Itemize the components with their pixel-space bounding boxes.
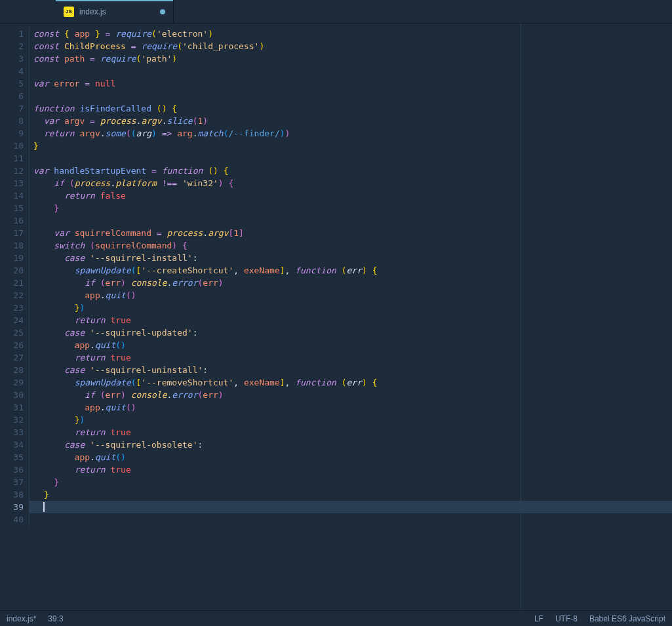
line-number[interactable]: 24 — [0, 314, 24, 326]
line-number[interactable]: 9 — [0, 127, 24, 140]
code-line[interactable]: case '--squirrel-obsolete': — [29, 439, 672, 451]
code-line[interactable]: if (process.platform !== 'win32') { — [29, 177, 672, 189]
line-number[interactable]: 25 — [0, 326, 24, 339]
code-line[interactable]: if (err) console.error(err) — [29, 277, 672, 289]
code-line[interactable]: } — [29, 488, 672, 501]
line-number[interactable]: 39 — [0, 501, 24, 513]
code-line[interactable]: return false — [29, 189, 672, 202]
line-number[interactable]: 13 — [0, 177, 24, 189]
line-number[interactable]: 18 — [0, 239, 24, 252]
line-number[interactable]: 3 — [0, 52, 24, 65]
code-line[interactable]: }) — [29, 302, 672, 314]
tab-spacer — [0, 0, 56, 23]
status-cursor-position[interactable]: 39:3 — [48, 614, 63, 623]
line-number[interactable]: 16 — [0, 214, 24, 227]
editor[interactable]: 1234567891011121314151617181920212223242… — [0, 24, 672, 610]
code-line[interactable]: return true — [29, 314, 672, 326]
code-line[interactable]: } — [29, 476, 672, 488]
line-number[interactable]: 30 — [0, 389, 24, 401]
line-number[interactable]: 31 — [0, 401, 24, 414]
dirty-indicator-icon[interactable] — [160, 9, 165, 14]
status-eol[interactable]: LF — [534, 614, 544, 623]
code-line[interactable]: var handleStartupEvent = function () { — [29, 165, 672, 177]
code-line[interactable]: if (err) console.error(err) — [29, 389, 672, 401]
line-number[interactable]: 40 — [0, 513, 24, 526]
code-line[interactable]: app.quit() — [29, 339, 672, 351]
code-line[interactable]: return true — [29, 351, 672, 364]
line-number[interactable]: 33 — [0, 426, 24, 439]
code-line[interactable]: switch (squirrelCommand) { — [29, 239, 672, 252]
code-line[interactable]: app.quit() — [29, 451, 672, 463]
tab-bar: JS index.js — [0, 0, 672, 24]
line-number[interactable]: 21 — [0, 277, 24, 289]
code-line[interactable]: case '--squirrel-install': — [29, 252, 672, 264]
line-number[interactable]: 34 — [0, 439, 24, 451]
line-number[interactable]: 36 — [0, 463, 24, 476]
code-line[interactable]: return argv.some((arg) => arg.match(/--f… — [29, 127, 672, 140]
code-line[interactable]: const ChildProcess = require('child_proc… — [29, 40, 672, 52]
line-number[interactable]: 5 — [0, 77, 24, 90]
cursor-caret — [43, 502, 45, 512]
code-line[interactable] — [29, 152, 672, 165]
line-number-gutter[interactable]: 1234567891011121314151617181920212223242… — [0, 24, 29, 610]
line-number[interactable]: 4 — [0, 65, 24, 77]
code-line[interactable]: } — [29, 140, 672, 152]
code-line[interactable] — [29, 513, 672, 526]
code-line[interactable]: spawnUpdate(['--removeShortcut', exeName… — [29, 376, 672, 389]
code-line[interactable]: return true — [29, 426, 672, 439]
code-line[interactable]: }) — [29, 414, 672, 426]
line-number[interactable]: 1 — [0, 28, 24, 40]
line-number[interactable]: 12 — [0, 165, 24, 177]
line-number[interactable]: 35 — [0, 451, 24, 463]
line-number[interactable]: 37 — [0, 476, 24, 488]
line-number[interactable]: 7 — [0, 102, 24, 115]
status-grammar[interactable]: Babel ES6 JavaScript — [589, 614, 665, 623]
status-encoding[interactable]: UTF-8 — [555, 614, 578, 623]
line-number[interactable]: 6 — [0, 90, 24, 102]
code-line[interactable]: case '--squirrel-uninstall': — [29, 364, 672, 376]
code-area[interactable]: const { app } = require('electron')const… — [29, 24, 672, 610]
code-line[interactable]: app.quit() — [29, 401, 672, 414]
line-number[interactable]: 28 — [0, 364, 24, 376]
status-filename[interactable]: index.js* — [7, 614, 36, 623]
line-number[interactable]: 17 — [0, 227, 24, 239]
line-number[interactable]: 11 — [0, 152, 24, 165]
code-line[interactable]: const { app } = require('electron') — [29, 28, 672, 40]
code-line[interactable]: spawnUpdate(['--createShortcut', exeName… — [29, 264, 672, 277]
js-file-icon: JS — [64, 7, 74, 17]
line-number[interactable]: 32 — [0, 414, 24, 426]
code-line[interactable]: return true — [29, 463, 672, 476]
line-number[interactable]: 38 — [0, 488, 24, 501]
line-number[interactable]: 23 — [0, 302, 24, 314]
line-number[interactable]: 14 — [0, 189, 24, 202]
code-line[interactable] — [29, 65, 672, 77]
code-line[interactable]: function isFinderCalled () { — [29, 102, 672, 115]
code-line[interactable]: var error = null — [29, 77, 672, 90]
code-line[interactable]: } — [29, 202, 672, 214]
line-number[interactable]: 15 — [0, 202, 24, 214]
tab-label: index.js — [79, 7, 155, 16]
line-number[interactable]: 2 — [0, 40, 24, 52]
line-number[interactable]: 20 — [0, 264, 24, 277]
tab-index-js[interactable]: JS index.js — [56, 0, 174, 23]
statusbar: index.js* 39:3 LF UTF-8 Babel ES6 JavaSc… — [0, 610, 672, 626]
code-line[interactable] — [29, 501, 672, 513]
code-line[interactable] — [29, 90, 672, 102]
wrap-guide — [521, 24, 521, 610]
code-line[interactable]: case '--squirrel-updated': — [29, 326, 672, 339]
code-line[interactable]: app.quit() — [29, 289, 672, 302]
line-number[interactable]: 27 — [0, 351, 24, 364]
line-number[interactable]: 22 — [0, 289, 24, 302]
code-line[interactable]: var squirrelCommand = process.argv[1] — [29, 227, 672, 239]
line-number[interactable]: 8 — [0, 115, 24, 127]
line-number[interactable]: 29 — [0, 376, 24, 389]
code-line[interactable]: const path = require('path') — [29, 52, 672, 65]
line-number[interactable]: 10 — [0, 140, 24, 152]
line-number[interactable]: 26 — [0, 339, 24, 351]
line-number[interactable]: 19 — [0, 252, 24, 264]
code-line[interactable] — [29, 214, 672, 227]
code-line[interactable]: var argv = process.argv.slice(1) — [29, 115, 672, 127]
